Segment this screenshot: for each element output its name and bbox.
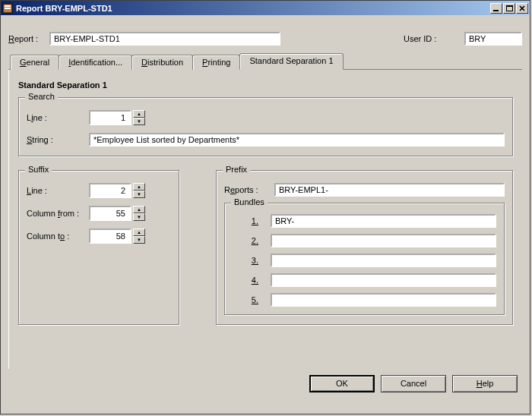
suffix-line-value[interactable]: 2: [89, 183, 131, 198]
bundle-label-1: 1.: [233, 216, 271, 225]
maximize-button[interactable]: [503, 3, 515, 14]
suffix-group: Suffix Line : 2 ▲▼ Column from : 55 ▲▼: [18, 170, 179, 325]
close-button[interactable]: [516, 3, 528, 14]
prefix-group: Prefix Reports : BRY-EMPL1- Bundles 1. B…: [216, 170, 513, 325]
svg-rect-3: [493, 10, 499, 11]
spin-up-icon[interactable]: ▲: [133, 110, 145, 118]
bundle-field-1[interactable]: BRY-: [271, 214, 496, 228]
search-string-label: String :: [27, 135, 89, 144]
userid-field[interactable]: BRY: [464, 32, 522, 46]
cancel-button[interactable]: Cancel: [381, 375, 446, 392]
bundle-label-4: 4.: [233, 276, 271, 285]
ok-button[interactable]: OK: [309, 375, 375, 392]
spin-down-icon[interactable]: ▼: [133, 191, 145, 198]
report-label: Report :: [8, 34, 49, 43]
bundle-label-5: 5.: [233, 295, 271, 304]
search-legend: Search: [25, 92, 58, 101]
svg-rect-2: [5, 8, 11, 9]
panel-title: Standard Separation 1: [18, 80, 513, 90]
spin-down-icon[interactable]: ▼: [133, 118, 145, 125]
suffix-colto-label: Column to :: [27, 232, 89, 241]
search-line-value[interactable]: 1: [89, 110, 131, 125]
window-frame: Report BRY-EMPL-STD1 Report : BRY-EMPL-S…: [0, 0, 530, 414]
suffix-colfrom-value[interactable]: 55: [89, 206, 131, 221]
spin-up-icon[interactable]: ▲: [133, 183, 145, 191]
minimize-button[interactable]: [490, 3, 502, 14]
app-icon: [2, 3, 13, 14]
search-group: Search Line : 1 ▲ ▼ String : *Employee L…: [18, 97, 513, 156]
prefix-reports-field[interactable]: BRY-EMPL1-: [274, 183, 505, 197]
suffix-legend: Suffix: [25, 165, 52, 174]
tab-identification[interactable]: Identification...: [59, 55, 132, 70]
spin-up-icon[interactable]: ▲: [133, 228, 145, 236]
bundle-label-2: 2.: [233, 236, 271, 245]
help-button[interactable]: Help: [452, 375, 518, 392]
bundle-label-3: 3.: [233, 256, 271, 265]
titlebar: Report BRY-EMPL-STD1: [1, 1, 530, 15]
bundle-field-5[interactable]: [271, 293, 496, 307]
bundle-field-2[interactable]: [271, 234, 496, 247]
suffix-colto-spinner[interactable]: 58 ▲▼: [89, 228, 145, 244]
suffix-colfrom-label: Column from :: [27, 209, 89, 218]
button-bar: OK Cancel Help: [8, 369, 522, 397]
bundles-group: Bundles 1. BRY- 2. 3.: [224, 203, 505, 315]
suffix-line-label: Line :: [27, 186, 89, 195]
bundle-field-3[interactable]: [271, 254, 496, 267]
tab-bar: General Identification... Distribution P…: [8, 53, 522, 70]
bundle-field-4[interactable]: [271, 273, 496, 287]
tab-standard-separation-1[interactable]: Standard Separation 1: [239, 53, 343, 70]
suffix-colto-value[interactable]: 58: [89, 228, 131, 244]
suffix-line-spinner[interactable]: 2 ▲▼: [89, 183, 145, 198]
spin-down-icon[interactable]: ▼: [133, 236, 145, 244]
tab-printing[interactable]: Printing: [192, 55, 240, 70]
tab-panel: Standard Separation 1 Search Line : 1 ▲ …: [8, 70, 522, 369]
search-line-label: Line :: [27, 113, 89, 122]
userid-label: User ID :: [404, 34, 464, 43]
spin-down-icon[interactable]: ▼: [133, 213, 145, 221]
suffix-colfrom-spinner[interactable]: 55 ▲▼: [89, 206, 145, 221]
search-line-spinner[interactable]: 1 ▲ ▼: [89, 110, 145, 125]
bundles-legend: Bundles: [231, 197, 268, 206]
svg-rect-1: [5, 5, 11, 7]
prefix-reports-label: Reports :: [224, 185, 274, 194]
window-title: Report BRY-EMPL-STD1: [16, 4, 489, 13]
tab-distribution[interactable]: Distribution: [131, 55, 193, 70]
spin-up-icon[interactable]: ▲: [133, 206, 145, 213]
search-string-field[interactable]: *Employee List sorted by Departments*: [89, 133, 505, 147]
report-field[interactable]: BRY-EMPL-STD1: [49, 32, 280, 46]
svg-rect-5: [506, 5, 513, 7]
prefix-legend: Prefix: [223, 165, 250, 174]
tab-general[interactable]: General: [10, 55, 59, 70]
